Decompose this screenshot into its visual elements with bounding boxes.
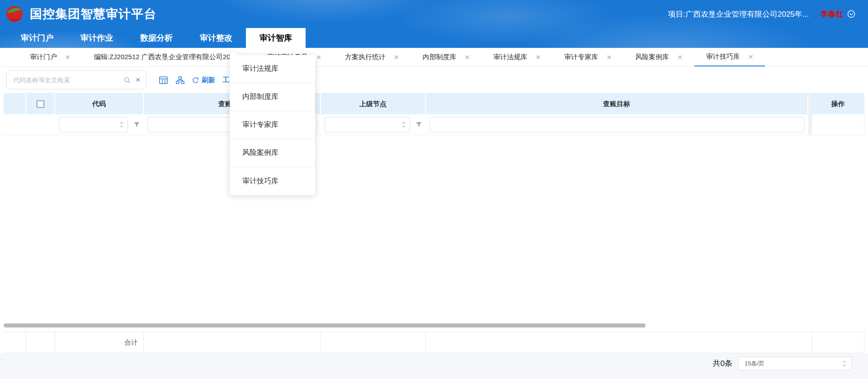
nav-label: 审计作业 — [80, 33, 113, 43]
app-title: 国控集团智慧审计平台 — [30, 6, 156, 22]
select-caret-icon — [401, 121, 406, 128]
project-label: 项目:广西农垦企业管理有限公司2025年... — [668, 9, 809, 19]
summary-cell — [144, 332, 321, 353]
tab-plan-execution-stats[interactable]: 方案执行统计✕ — [333, 48, 411, 66]
nav-label: 审计智库 — [259, 33, 292, 43]
filter-cell-target — [426, 114, 808, 135]
tab-label: 风险案例库 — [635, 53, 669, 61]
pinned-column-gap — [808, 94, 812, 114]
parent-node-filter-select[interactable] — [325, 117, 410, 132]
tab-label: 审计专家库 — [564, 53, 598, 61]
tab-close-icon[interactable]: ✕ — [606, 54, 612, 61]
menu-item-audit-expert-library[interactable]: 审计专家库 — [230, 111, 315, 139]
nav-label: 审计门户 — [21, 33, 53, 43]
tab-risk-case-library[interactable]: 风险案例库✕ — [623, 48, 694, 66]
user-menu-chevron-icon[interactable] — [847, 10, 855, 18]
tab-label: 审计技巧库 — [706, 52, 740, 61]
menu-item-audit-skill-library[interactable]: 审计技巧库 — [230, 167, 315, 195]
horizontal-scrollbar[interactable] — [4, 323, 646, 328]
filter-cell-checkbox — [26, 114, 55, 135]
summary-cell — [812, 332, 864, 353]
tab-audit-skill-library[interactable]: 审计技巧库✕ — [694, 48, 765, 66]
summary-cell — [4, 332, 26, 353]
tab-audit-regulation-library[interactable]: 审计法规库✕ — [481, 48, 552, 66]
summary-cell — [26, 332, 55, 353]
total-count-label: 共0条 — [713, 357, 732, 370]
row-handle-header — [4, 94, 26, 114]
tab-close-icon[interactable]: ✕ — [677, 54, 683, 61]
select-caret-icon — [842, 360, 851, 367]
tab-close-icon[interactable]: ✕ — [535, 54, 541, 61]
search-icons: ✕ — [124, 76, 146, 84]
tab-close-icon[interactable]: ✕ — [465, 54, 470, 61]
nav-item-audit-work[interactable]: 审计作业 — [67, 28, 127, 48]
column-header-code[interactable]: 代码 — [55, 94, 144, 114]
tree-view-icon[interactable] — [176, 76, 184, 84]
summary-total-label: 合计 — [55, 332, 144, 353]
tab-close-icon[interactable]: ✕ — [748, 53, 754, 61]
summary-row: 合计 — [4, 332, 864, 353]
parent-node-filter-funnel-icon[interactable] — [415, 122, 422, 128]
grid-view-icon[interactable] — [159, 76, 168, 84]
current-user[interactable]: 李春红 — [821, 9, 844, 19]
nav-label: 审计整改 — [200, 33, 232, 43]
code-filter-funnel-icon[interactable] — [133, 122, 140, 128]
grid-filter-row — [4, 114, 864, 135]
nav-label: 数据分析 — [140, 33, 173, 43]
search-input[interactable] — [7, 71, 124, 89]
search-clear-icon[interactable]: ✕ — [135, 76, 141, 84]
pinned-column-gap — [808, 114, 812, 135]
data-grid: 代码 查账程序 上级节点 查账目标 操作 — [4, 93, 864, 135]
main-nav: 审计门户 审计作业 数据分析 审计整改 审计智库 — [0, 28, 868, 48]
nav-item-audit-think-tank[interactable]: 审计智库 — [246, 28, 306, 48]
summary-cell — [426, 332, 812, 353]
checkbox-header-cell — [26, 94, 55, 114]
tab-label: 审计门户 — [30, 53, 57, 61]
menu-item-audit-regulation-library[interactable]: 审计法规库 — [230, 55, 315, 83]
tab-label: 内部制度库 — [423, 53, 457, 61]
open-tabs-bar: 审计门户✕ 编辑:ZJ202512 广西农垦企业管理有限公司20✕ 审核审计意见… — [0, 48, 868, 67]
pagination-bar: 共0条 15条/页 — [0, 353, 868, 379]
app-header: 国控集团智慧审计平台 项目:广西农垦企业管理有限公司2025年... 李春红 — [0, 0, 868, 28]
menu-item-risk-case-library[interactable]: 风险案例库 — [230, 139, 315, 167]
refresh-icon — [192, 77, 199, 84]
header-right: 项目:广西农垦企业管理有限公司2025年... 李春红 — [668, 9, 855, 19]
fulltext-search-box: ✕ — [6, 70, 146, 89]
tab-internal-policy-library[interactable]: 内部制度库✕ — [411, 48, 482, 66]
summary-cell — [321, 332, 426, 353]
search-icon[interactable] — [124, 77, 131, 84]
tab-label: 方案执行统计 — [345, 53, 386, 61]
column-header-parent-node[interactable]: 上级节点 — [321, 94, 426, 114]
tab-close-icon[interactable]: ✕ — [65, 54, 71, 61]
audit-think-tank-dropdown: 审计法规库 内部制度库 审计专家库 风险案例库 审计技巧库 — [230, 55, 315, 195]
refresh-label: 刷新 — [202, 76, 215, 84]
nav-item-audit-rectification[interactable]: 审计整改 — [186, 28, 246, 48]
column-header-target[interactable]: 查账目标 — [426, 94, 808, 114]
grid-toolbar: ✕ 刷新 工具 — [0, 67, 868, 93]
filter-cell-handle — [4, 114, 26, 135]
tab-close-icon[interactable]: ✕ — [316, 54, 321, 61]
blue-banner: 国控集团智慧审计平台 项目:广西农垦企业管理有限公司2025年... 李春红 审… — [0, 0, 868, 48]
filter-cell-actions — [812, 114, 864, 135]
page-size-select[interactable]: 15条/页 — [738, 357, 852, 370]
page-size-value: 15条/页 — [738, 360, 842, 368]
tab-close-icon[interactable]: ✕ — [394, 54, 399, 61]
grid-header-row: 代码 查账程序 上级节点 查账目标 操作 — [4, 94, 864, 114]
filter-cell-parent-node — [321, 114, 426, 135]
code-filter-select[interactable] — [59, 117, 128, 132]
tab-audit-portal[interactable]: 审计门户✕ — [18, 48, 82, 66]
nav-item-audit-portal[interactable]: 审计门户 — [7, 28, 67, 48]
refresh-button[interactable]: 刷新 — [192, 76, 215, 84]
tab-label: 审计法规库 — [493, 53, 527, 61]
nav-item-data-analysis[interactable]: 数据分析 — [127, 28, 186, 48]
select-caret-icon — [119, 121, 124, 128]
target-filter-input[interactable] — [429, 117, 805, 132]
toolbar-divider — [150, 74, 151, 86]
tab-audit-expert-library[interactable]: 审计专家库✕ — [552, 48, 623, 66]
column-header-actions: 操作 — [812, 94, 864, 114]
menu-item-internal-policy-library[interactable]: 内部制度库 — [230, 83, 315, 111]
tab-label: 编辑:ZJ202512 广西农垦企业管理有限公司20 — [94, 53, 231, 61]
app-window: 国控集团智慧审计平台 项目:广西农垦企业管理有限公司2025年... 李春红 审… — [0, 0, 868, 379]
filter-cell-code — [55, 114, 144, 135]
select-all-checkbox[interactable] — [37, 100, 44, 108]
